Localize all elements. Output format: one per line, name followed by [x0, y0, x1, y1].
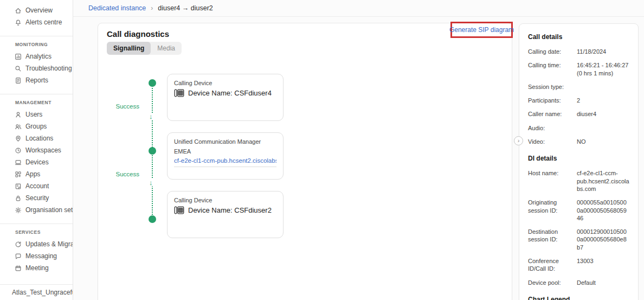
panel-collapse-button[interactable]: ›	[514, 136, 523, 145]
user-icon	[15, 111, 22, 118]
chevron-right-icon: ›	[518, 138, 520, 144]
sidebar-item-overview[interactable]: Overview	[0, 4, 73, 16]
sidebar-item-account[interactable]: Account	[0, 180, 73, 192]
row-label: Calling date:	[528, 48, 576, 55]
calendar-icon	[15, 265, 22, 272]
row-value: 0000129000105000a00000505680e8b7	[577, 228, 629, 251]
sidebar-item-label: Reports	[25, 76, 48, 84]
sidebar-item-messaging[interactable]: Messaging	[0, 250, 73, 262]
breadcrumb: Dedicated instance › diuser4 → diuser2	[73, 0, 644, 17]
sidebar-item-label: Groups	[25, 123, 47, 130]
call-details-panel: Call details Calling date:11/18/2024 Cal…	[519, 23, 639, 300]
ucm-host-link[interactable]: cf-e2e-cl1-ccm-pub.hcsent2.ciscolabs.com	[174, 157, 276, 167]
arrow-down-icon: ↓	[149, 179, 153, 186]
row-value: 16:45:21 - 16:46:27 (0 hrs 1 mins)	[577, 61, 629, 77]
workspaces-icon	[15, 147, 22, 154]
page-title: Call diagnostics	[107, 29, 169, 39]
sidebar-item-label: Users	[25, 111, 42, 118]
flow-node-dot	[149, 79, 156, 87]
row-label: Originating session ID:	[528, 199, 576, 222]
sidebar-item-label: Workspaces	[25, 146, 61, 154]
flow-node-dot	[149, 215, 156, 223]
arrow-down-icon: ↓	[149, 113, 153, 120]
groups-icon	[15, 123, 22, 130]
sidebar-divider	[0, 36, 73, 36]
tab-media[interactable]: Media	[151, 42, 182, 55]
row-value: 0000055a00105000a000005056805946	[577, 199, 629, 222]
sidebar-item-label: Alerts centre	[25, 18, 62, 26]
apps-grid-icon	[15, 171, 22, 178]
di-details-rows: Host name:cf-e2e-cl1-ccm-pub.hcsent2.cis…	[528, 169, 629, 286]
sidebar-item-devices[interactable]: Devices	[0, 156, 73, 168]
sidebar-item-reports[interactable]: Reports	[0, 74, 73, 86]
sidebar-item-users[interactable]: Users	[0, 108, 73, 120]
sidebar-item-security[interactable]: Security	[0, 192, 73, 204]
tab-signalling[interactable]: Signalling	[107, 42, 151, 55]
sidebar-divider	[0, 94, 73, 94]
sidebar-item-label: Account	[25, 182, 49, 190]
sidebar-item-workspaces[interactable]: Workspaces	[0, 144, 73, 156]
gear-icon	[15, 207, 22, 214]
node-title: Unified Communication Manager	[174, 138, 276, 146]
sidebar-item-organisation-settings[interactable]: Organisation settings	[0, 204, 73, 216]
sidebar-item-groups[interactable]: Groups	[0, 120, 73, 132]
row-value	[577, 124, 629, 132]
device-name-label: Device Name: CSFdiuser2	[188, 206, 272, 214]
row-label: Host name:	[528, 169, 576, 193]
row-value: 2	[577, 97, 629, 104]
row-value: 11/18/2024	[577, 48, 629, 55]
sidebar-item-apps[interactable]: Apps	[0, 168, 73, 180]
organisation-switcher[interactable]: Atlas_Test_UngracefulShut	[0, 284, 73, 300]
lock-icon	[15, 195, 22, 202]
call-details-title: Call details	[528, 33, 629, 41]
sidebar-item-label: Analytics	[25, 53, 51, 60]
reports-icon	[15, 77, 22, 84]
chart-legend-title: Chart Legend	[528, 296, 629, 300]
devices-icon	[15, 159, 22, 166]
sidebar-item-troubleshooting[interactable]: Troubleshooting	[0, 62, 73, 74]
sidebar-item-label: Security	[25, 194, 49, 202]
sidebar-item-label: Organisation settings	[25, 206, 73, 214]
sidebar-item-label: Updates & Migrations	[25, 240, 73, 248]
video-phone-icon	[174, 206, 184, 214]
sidebar-item-label: Apps	[25, 170, 40, 178]
main-content: Dedicated instance › diuser4 → diuser2 G…	[73, 0, 644, 300]
di-details-title: DI details	[528, 155, 629, 162]
chevron-right-icon: ›	[151, 4, 153, 12]
sidebar-item-updates-migrations[interactable]: Updates & Migrations	[0, 238, 73, 250]
edge-status-label: Success	[106, 171, 139, 177]
annotation-highlight-box: Generate SIP diagram	[450, 22, 513, 38]
flow-node-calling-device-1: Calling Device Device Name: CSFdiuser4	[167, 74, 284, 121]
troubleshooting-icon	[15, 65, 22, 72]
sidebar-item-analytics[interactable]: Analytics	[0, 50, 73, 62]
sidebar-item-label: Devices	[25, 158, 49, 166]
call-diagnostics-panel: Call diagnostics Signalling Media ↓ ↓ Su…	[98, 23, 512, 300]
account-icon	[15, 183, 22, 190]
row-value: cf-e2e-cl1-ccm-pub.hcsent2.ciscolabs.com	[577, 169, 629, 193]
node-title: Calling Device	[174, 196, 276, 205]
sidebar-item-meeting[interactable]: Meeting	[0, 262, 73, 274]
sidebar: Overview Alerts centre MONITORING Analyt…	[0, 0, 73, 300]
sidebar-section-monitoring: MONITORING	[0, 42, 73, 47]
bell-icon	[15, 19, 22, 26]
row-label: Calling time:	[528, 61, 576, 77]
sidebar-item-label: Troubleshooting	[25, 65, 72, 72]
row-label: Caller name:	[528, 110, 576, 118]
edge-status-label: Success	[106, 103, 139, 110]
sidebar-item-locations[interactable]: Locations	[0, 132, 73, 144]
chat-bubble-icon	[15, 253, 22, 260]
call-details-rows: Calling date:11/18/2024 Calling time:16:…	[528, 48, 629, 145]
device-name-row: Device Name: CSFdiuser4	[174, 89, 276, 97]
row-label: Video:	[528, 138, 576, 145]
breadcrumb-dedicated-instance-link[interactable]: Dedicated instance	[88, 4, 146, 12]
flow-node-ucm: Unified Communication Manager EMEA cf-e2…	[167, 132, 284, 180]
video-phone-icon	[174, 89, 184, 97]
row-label: Destination session ID:	[528, 228, 576, 251]
row-label: Session type:	[528, 83, 576, 91]
row-value	[577, 83, 629, 91]
flow-node-calling-device-2: Calling Device Device Name: CSFdiuser2	[167, 191, 284, 238]
analytics-icon	[15, 53, 22, 60]
sidebar-item-alerts-centre[interactable]: Alerts centre	[0, 16, 73, 28]
generate-sip-diagram-link[interactable]: Generate SIP diagram	[449, 26, 514, 34]
row-label: Participants:	[528, 97, 576, 104]
